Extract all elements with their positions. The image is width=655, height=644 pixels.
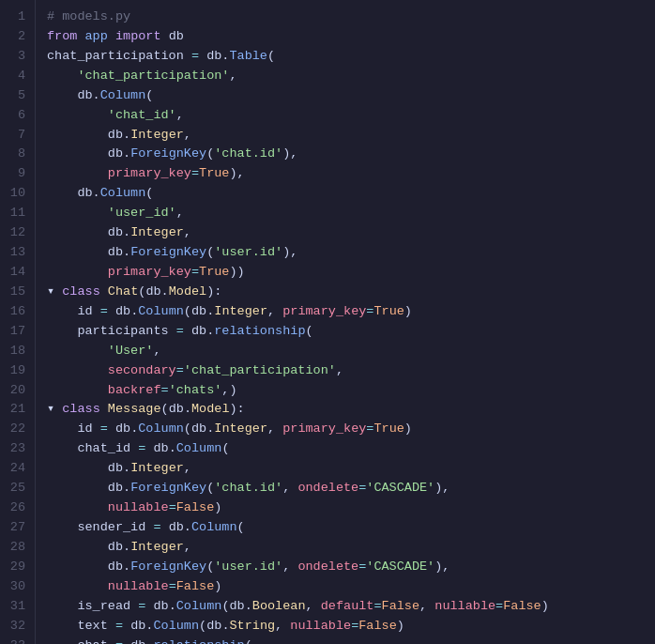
code-line-30: nullable=False)	[47, 577, 655, 597]
code-line-6: 'chat_id',	[47, 106, 655, 126]
line-num-32: 32	[8, 617, 25, 636]
line-num-33: 33	[8, 636, 25, 645]
code-line-8: db.ForeignKey('chat.id'),	[47, 145, 655, 164]
line-num-29: 29	[8, 558, 25, 577]
line-num-6: 6	[8, 106, 25, 126]
code-editor: 1 2 3 4 5 6 7 8 9 10 11 12 13 14 15 16 1…	[0, 0, 655, 644]
line-num-20: 20	[8, 381, 25, 401]
line-num-14: 14	[8, 263, 25, 283]
code-line-24: db.Integer,	[47, 459, 655, 479]
line-num-1: 1	[8, 8, 25, 27]
line-num-11: 11	[8, 204, 25, 223]
code-line-20: backref='chats',)	[47, 381, 655, 401]
code-line-27: sender_id = db.Column(	[47, 518, 655, 538]
line-num-27: 27	[8, 518, 25, 538]
line-num-21: 21	[8, 400, 25, 420]
code-line-31: is_read = db.Column(db.Boolean, default=…	[47, 597, 655, 617]
code-line-7: db.Integer,	[47, 126, 655, 146]
code-line-18: 'User',	[47, 342, 655, 361]
code-line-32: text = db.Column(db.String, nullable=Fal…	[47, 617, 655, 636]
code-line-4: 'chat_participation',	[47, 67, 655, 86]
code-line-2: from app import db	[47, 27, 655, 47]
line-numbers: 1 2 3 4 5 6 7 8 9 10 11 12 13 14 15 16 1…	[0, 0, 36, 644]
code-line-5: db.Column(	[47, 86, 655, 106]
line-num-12: 12	[8, 223, 25, 243]
line-num-2: 2	[8, 27, 25, 47]
code-line-29: db.ForeignKey('user.id', ondelete='CASCA…	[47, 558, 655, 577]
code-line-10: db.Column(	[47, 184, 655, 204]
line-num-22: 22	[8, 420, 25, 439]
line-num-15: 15	[8, 283, 25, 302]
line-num-16: 16	[8, 302, 25, 322]
code-line-17: participants = db.relationship(	[47, 322, 655, 342]
code-line-16: id = db.Column(db.Integer, primary_key=T…	[47, 302, 655, 322]
code-line-23: chat_id = db.Column(	[47, 439, 655, 459]
code-line-22: id = db.Column(db.Integer, primary_key=T…	[47, 420, 655, 439]
line-num-19: 19	[8, 361, 25, 381]
line-num-18: 18	[8, 342, 25, 361]
line-num-17: 17	[8, 322, 25, 342]
code-line-26: nullable=False)	[47, 498, 655, 518]
code-line-14: primary_key=True))	[47, 263, 655, 283]
line-num-9: 9	[8, 164, 25, 184]
line-num-30: 30	[8, 577, 25, 597]
code-content[interactable]: # models.py from app import db chat_part…	[36, 0, 655, 644]
line-num-4: 4	[8, 67, 25, 86]
line-num-28: 28	[8, 538, 25, 558]
code-line-15: ▾ class Chat(db.Model):	[47, 283, 655, 302]
code-line-28: db.Integer,	[47, 538, 655, 558]
line-num-7: 7	[8, 126, 25, 146]
line-num-31: 31	[8, 597, 25, 617]
code-line-33: chat = db.relationship(	[47, 636, 655, 645]
line-num-24: 24	[8, 459, 25, 479]
code-line-12: db.Integer,	[47, 223, 655, 243]
line-num-5: 5	[8, 86, 25, 106]
code-line-3: chat_participation = db.Table(	[47, 47, 655, 67]
line-num-3: 3	[8, 47, 25, 67]
code-line-1: # models.py	[47, 8, 655, 27]
code-line-19: secondary='chat_participation',	[47, 361, 655, 381]
line-num-23: 23	[8, 439, 25, 459]
code-line-9: primary_key=True),	[47, 164, 655, 184]
line-num-25: 25	[8, 479, 25, 498]
line-num-26: 26	[8, 498, 25, 518]
line-num-10: 10	[8, 184, 25, 204]
code-line-13: db.ForeignKey('user.id'),	[47, 243, 655, 263]
code-line-11: 'user_id',	[47, 204, 655, 223]
code-line-21: ▾ class Message(db.Model):	[47, 400, 655, 420]
line-num-13: 13	[8, 243, 25, 263]
code-line-25: db.ForeignKey('chat.id', ondelete='CASCA…	[47, 479, 655, 498]
line-num-8: 8	[8, 145, 25, 164]
